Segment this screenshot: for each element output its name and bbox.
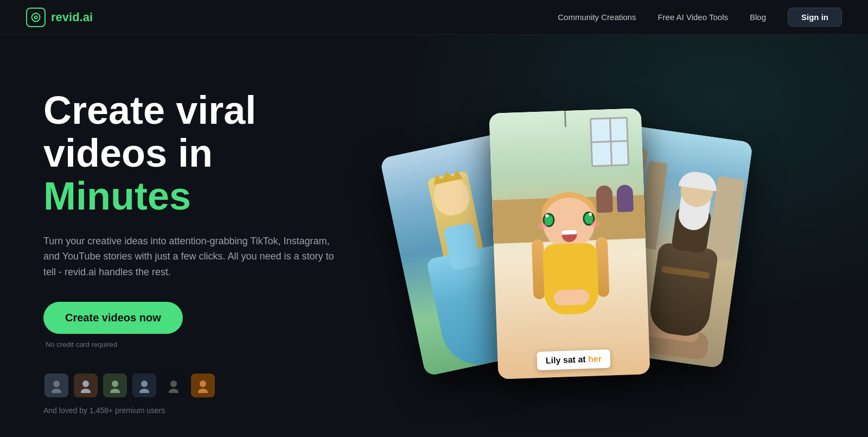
navbar: revid.ai Community Creations Free AI Vid… — [0, 0, 868, 35]
avatar — [73, 372, 99, 398]
nav-community[interactable]: Community Creations — [558, 12, 636, 22]
svg-point-1 — [35, 16, 37, 18]
nav-tools[interactable]: Free AI Video Tools — [658, 12, 728, 22]
svg-point-4 — [52, 389, 61, 393]
svg-point-14 — [198, 389, 208, 393]
svg-point-8 — [110, 389, 120, 393]
logo-text: revid.ai — [51, 10, 93, 24]
avatar — [190, 372, 216, 398]
nav-blog[interactable]: Blog — [750, 12, 766, 22]
loved-text: And loved by 1,458+ premium users — [43, 406, 369, 415]
avatar — [102, 372, 128, 398]
hero-section: Create viral videos in Minutes Turn your… — [0, 35, 868, 437]
avatar-group — [43, 372, 369, 398]
card-subtitle: Lily sat at — [546, 354, 589, 365]
logo[interactable]: revid.ai — [26, 8, 93, 27]
card-cartoon-girl: Lily sat at her — [489, 108, 650, 379]
svg-point-3 — [53, 381, 60, 387]
svg-point-7 — [112, 381, 118, 387]
signin-button[interactable]: Sign in — [788, 8, 842, 27]
svg-point-9 — [141, 381, 148, 387]
hero-title: Create viral videos in Minutes — [43, 89, 369, 218]
avatar — [161, 372, 187, 398]
hero-subtitle: Turn your creative ideas into attention-… — [43, 233, 336, 280]
svg-point-13 — [200, 381, 206, 387]
hero-content: Create viral videos in Minutes Turn your… — [43, 78, 369, 415]
svg-point-6 — [81, 389, 91, 393]
avatar — [131, 372, 157, 398]
card-subtitle-highlight: her — [588, 354, 602, 364]
svg-point-0 — [32, 13, 40, 21]
nav-links: Community Creations Free AI Video Tools … — [558, 8, 842, 27]
svg-point-11 — [170, 381, 177, 387]
svg-point-5 — [82, 381, 89, 387]
no-credit-card-text: No credit card required — [46, 340, 369, 349]
logo-icon — [26, 8, 46, 27]
video-cards: END! — [369, 67, 825, 436]
avatar — [43, 372, 69, 398]
cta-button[interactable]: Create videos now — [43, 302, 183, 334]
svg-point-12 — [169, 389, 178, 393]
svg-point-10 — [139, 389, 149, 393]
